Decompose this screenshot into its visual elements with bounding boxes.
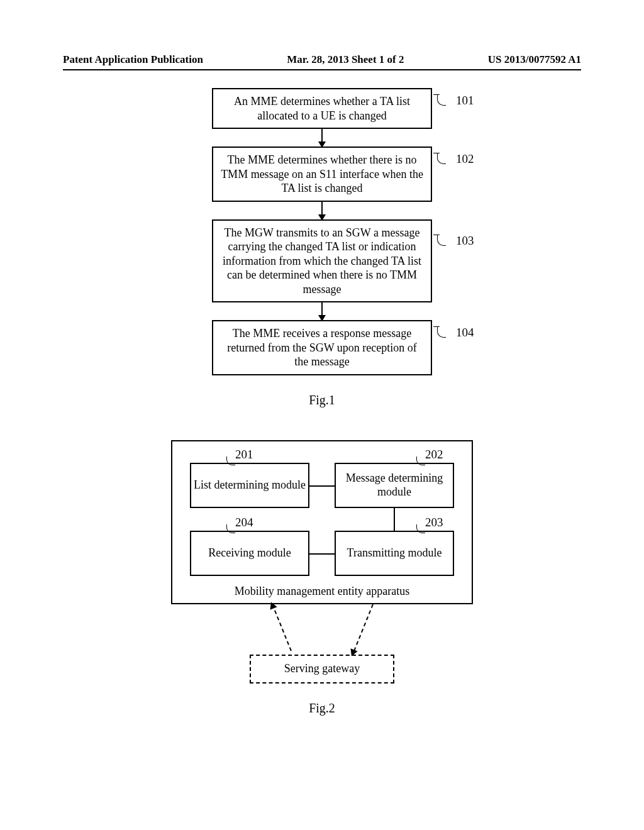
callout-line [433, 153, 440, 153]
module-text: Transmitting module [347, 546, 442, 560]
flow-step-text: The MME receives a response message retu… [227, 327, 417, 368]
module-text: Receiving module [208, 546, 291, 560]
arrow-down-icon [321, 129, 323, 147]
module-number: 201 [235, 448, 253, 462]
flow-step-101: An MME determines whether a TA list allo… [212, 88, 432, 129]
module-number: 202 [425, 448, 443, 462]
dashed-arrow [353, 604, 374, 651]
callout-hook-icon [437, 326, 446, 338]
callout-hook-icon [437, 235, 446, 246]
connector-line [394, 508, 395, 531]
callout-hook-icon [416, 456, 425, 465]
header-divider [63, 69, 581, 70]
arrow-down-icon [321, 302, 323, 320]
callout-hook-icon [226, 456, 235, 465]
header-left: Patent Application Publication [63, 53, 203, 66]
flow-step-text: An MME determines whether a TA list allo… [234, 95, 410, 122]
module-202: 202 Message determining module [335, 463, 454, 508]
callout-hook-icon [437, 94, 446, 106]
header-center: Mar. 28, 2013 Sheet 1 of 2 [287, 53, 404, 66]
callout-hook-icon [226, 524, 235, 533]
callout-line [433, 235, 440, 235]
module-number: 203 [425, 516, 443, 530]
flow-step-number: 101 [456, 93, 474, 108]
module-text: Message determining module [336, 472, 453, 499]
connector-line [309, 485, 335, 487]
module-text: List determining module [194, 479, 306, 492]
flow-step-number: 104 [456, 325, 474, 340]
callout-hook-icon [437, 153, 446, 164]
module-number: 204 [235, 516, 253, 530]
flow-step-number: 103 [456, 233, 474, 248]
callout-line [433, 326, 440, 327]
module-201: 201 List determining module [190, 463, 309, 508]
flow-step-text: The MME determines whether there is no T… [221, 153, 423, 194]
figure-1: An MME determines whether a TA list allo… [0, 88, 644, 407]
figure-1-caption: Fig.1 [309, 393, 335, 407]
callout-line [433, 94, 440, 95]
arrow-down-icon [321, 202, 323, 219]
page-header: Patent Application Publication Mar. 28, … [0, 53, 644, 66]
callout-hook-icon [416, 524, 425, 533]
mme-label: Mobility management entity apparatus [190, 585, 454, 598]
header-right: US 2013/0077592 A1 [488, 53, 581, 66]
figure-2: 201 List determining module 202 Message … [0, 440, 644, 716]
flow-step-text: The MGW transmits to an SGW a message ca… [223, 226, 421, 296]
module-203: 203 Transmitting module [335, 531, 454, 576]
flow-step-102: The MME determines whether there is no T… [212, 147, 432, 202]
dashed-arrow [272, 604, 292, 651]
figure-2-caption: Fig.2 [309, 701, 335, 716]
sgw-label: Serving gateway [284, 662, 360, 675]
serving-gateway-box: Serving gateway [250, 655, 394, 683]
connector-line [309, 553, 335, 555]
module-204: 204 Receiving module [190, 531, 309, 576]
flow-step-104: The MME receives a response message retu… [212, 320, 432, 375]
flow-step-103: The MGW transmits to an SGW a message ca… [212, 219, 432, 303]
flow-step-number: 102 [456, 152, 474, 167]
mme-apparatus-box: 201 List determining module 202 Message … [171, 440, 473, 604]
